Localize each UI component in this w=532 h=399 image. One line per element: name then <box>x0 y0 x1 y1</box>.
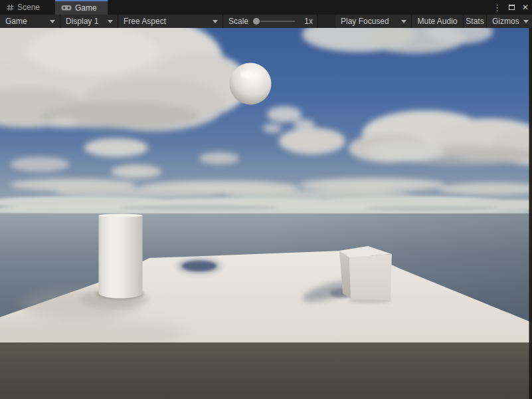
tab-game[interactable]: Game <box>55 0 108 15</box>
toolbar-spacer <box>317 15 335 28</box>
kebab-menu-icon[interactable]: ⋮ <box>491 3 503 12</box>
stats-label: Stats <box>466 17 484 26</box>
chevron-down-icon <box>213 20 218 23</box>
foreground-ground <box>0 342 532 399</box>
tab-bar: Scene Game ⋮ ✕ <box>0 0 532 15</box>
scale-slider[interactable] <box>253 18 295 25</box>
display-target-dropdown[interactable]: Display 1 <box>60 15 118 28</box>
cube <box>339 246 392 300</box>
scale-control: Scale 1x <box>223 15 317 28</box>
chevron-down-icon <box>401 20 406 23</box>
gizmos-dropdown[interactable]: Gizmos <box>487 15 532 28</box>
aspect-ratio-label: Free Aspect <box>124 17 166 26</box>
game-view-toolbar: Game Display 1 Free Aspect Scale 1x Play… <box>0 15 532 28</box>
chevron-down-icon <box>108 20 113 23</box>
aspect-ratio-dropdown[interactable]: Free Aspect <box>118 15 223 28</box>
scale-label: Scale <box>228 17 248 26</box>
display-target-label: Display 1 <box>66 17 98 26</box>
scale-slider-track[interactable] <box>260 21 295 22</box>
close-icon[interactable]: ✕ <box>521 3 530 11</box>
game-mode-dropdown[interactable]: Game <box>0 15 60 28</box>
gizmos-label: Gizmos <box>492 17 519 26</box>
mute-audio-button[interactable]: Mute Audio <box>412 15 464 28</box>
scale-value: 1x <box>304 17 313 26</box>
scene-grid-icon <box>7 4 14 11</box>
maximize-icon[interactable] <box>509 5 515 10</box>
stats-button[interactable]: Stats <box>464 15 487 28</box>
game-mode-dropdown-label: Game <box>5 17 27 26</box>
play-focused-dropdown[interactable]: Play Focused <box>335 15 412 28</box>
window-controls: ⋮ ✕ <box>491 0 530 15</box>
rendered-scene <box>0 28 532 399</box>
play-focused-label: Play Focused <box>341 17 389 26</box>
cylinder <box>99 214 143 299</box>
gamepad-icon <box>61 5 72 11</box>
chevron-down-icon <box>50 20 55 23</box>
chevron-down-icon <box>523 20 529 23</box>
scale-slider-knob[interactable] <box>253 18 260 25</box>
unity-game-window: Scene Game ⋮ ✕ Game Display 1 <box>0 0 532 399</box>
sphere <box>230 63 272 105</box>
tab-scene[interactable]: Scene <box>0 0 49 15</box>
horizon-cloud-strip <box>0 196 532 215</box>
viewport-right-edge <box>529 28 532 399</box>
tab-game-label: Game <box>75 3 97 13</box>
sphere-shadow <box>177 259 222 273</box>
tab-scene-label: Scene <box>17 3 40 12</box>
game-viewport[interactable] <box>0 28 532 399</box>
mute-audio-label: Mute Audio <box>417 17 457 26</box>
